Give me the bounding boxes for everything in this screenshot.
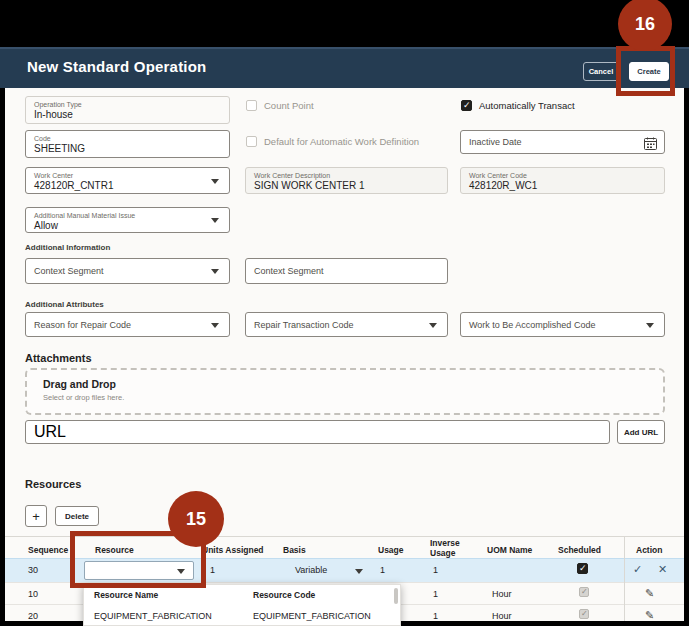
add-resource-button[interactable]: + [25,505,47,527]
new-standard-operation-dialog: New Standard Operation Cancel Create Ope… [0,0,689,626]
reason-for-repair-code-select[interactable]: Reason for Repair Code [25,312,230,337]
context-segment-select-placeholder: Context Segment [34,266,104,276]
work-center-description-value: SIGN WORK CENTER 1 [254,180,439,193]
col-units-assigned: Units Assigned [202,545,264,555]
cell-usage[interactable]: 1 [380,565,385,575]
dropdown-item-resource-code[interactable]: EQUIPMENT_FABRICATION [253,611,371,621]
cell-units-assigned[interactable]: 1 [210,565,215,575]
default-awd-checkbox[interactable] [246,136,257,147]
chevron-down-icon[interactable] [646,323,654,328]
cancel-icon[interactable]: ✕ [658,563,667,576]
cell-sequence: 30 [28,565,38,575]
dropdown-col-resource-name: Resource Name [94,590,158,600]
cell-inverse-usage: 1 [433,589,438,599]
action-column-divider [624,536,625,621]
scheduled-checkbox[interactable] [577,563,588,574]
section-additional-attributes: Additional Attributes [25,300,104,309]
drag-and-drop-title: Drag and Drop [43,378,663,390]
chevron-down-icon[interactable] [211,323,219,328]
count-point-checkbox-row: Count Point [246,100,314,111]
context-segment-input[interactable]: Context Segment [245,258,448,284]
repair-transaction-code-placeholder: Repair Transaction Code [254,320,354,330]
repair-transaction-code-select[interactable]: Repair Transaction Code [245,312,448,337]
work-center-description-label: Work Center Description [254,171,439,180]
work-center-code-field: Work Center Code 428120R_WC1 [460,167,665,194]
chevron-down-icon[interactable] [211,179,219,184]
calendar-icon[interactable] [644,136,657,154]
dropdown-scrollbar[interactable] [394,588,398,604]
cell-uom-name: Hour [492,611,512,621]
additional-manual-material-issue-select[interactable]: Additional Manual Material Issue Allow [25,207,230,233]
edit-icon[interactable]: ✎ [645,609,654,622]
automatically-transact-checkbox-row: Automatically Transact [461,100,575,111]
chevron-down-icon[interactable] [211,218,219,223]
automatically-transact-checkbox[interactable] [461,100,472,111]
callout-badge-15: 15 [168,491,224,547]
cell-inverse-usage: 1 [433,611,438,621]
edit-icon[interactable]: ✎ [645,587,654,600]
callout-badge-16: 16 [618,0,672,51]
scheduled-checkbox [579,609,589,619]
ammi-value: Allow [34,220,221,233]
code-field[interactable]: Code SHEETING [25,130,230,158]
context-segment-select[interactable]: Context Segment [25,258,230,284]
code-value: SHEETING [34,143,221,156]
cell-uom-name: Hour [492,589,512,599]
inactive-date-field[interactable]: Inactive Date [460,130,665,154]
dropdown-item-resource-name[interactable]: EQUIPMENT_FABRICATION [94,611,212,621]
work-center-description-field: Work Center Description SIGN WORK CENTER… [245,167,448,194]
cell-inverse-usage[interactable]: 1 [433,565,438,575]
confirm-icon[interactable]: ✓ [633,563,642,576]
url-input[interactable]: URL [25,420,610,444]
col-basis: Basis [283,545,306,555]
col-usage: Usage [378,545,404,555]
work-center-value: 428120R_CNTR1 [34,180,221,193]
default-awd-label: Default for Automatic Work Definition [264,136,419,147]
page-title: New Standard Operation [27,58,206,75]
work-to-be-accomplished-code-select[interactable]: Work to Be Accomplished Code [460,312,665,337]
default-awd-checkbox-row: Default for Automatic Work Definition [246,136,419,147]
drag-and-drop-subtitle: Select or drop files here. [43,393,663,402]
delete-resource-button[interactable]: Delete [55,506,99,526]
automatically-transact-label: Automatically Transact [479,100,575,111]
work-center-code-value: 428120R_WC1 [469,180,656,193]
code-label: Code [34,134,221,143]
callout-rect-16 [616,46,675,96]
work-center-select[interactable]: Work Center 428120R_CNTR1 [25,167,230,194]
col-uom-name: UOM Name [487,545,532,555]
cell-sequence: 20 [28,611,38,621]
ammi-label: Additional Manual Material Issue [34,211,221,220]
url-placeholder: URL [34,423,66,441]
chevron-down-icon[interactable] [355,569,363,574]
col-sequence: Sequence [28,545,68,555]
inactive-date-placeholder: Inactive Date [469,137,522,147]
callout-16-number: 16 [635,14,655,35]
resource-dropdown-panel: Resource Name Resource Code EQUIPMENT_FA… [83,584,401,626]
section-attachments: Attachments [25,352,92,364]
scheduled-checkbox [579,587,589,597]
section-resources: Resources [25,478,81,490]
work-center-code-label: Work Center Code [469,171,656,180]
count-point-checkbox[interactable] [246,100,257,111]
col-scheduled: Scheduled [558,545,601,555]
section-additional-information: Additional Information [25,243,110,252]
col-inverse-usage: Inverse Usage [430,538,464,558]
work-center-label: Work Center [34,171,221,180]
work-to-be-accomplished-code-placeholder: Work to Be Accomplished Code [469,320,595,330]
cell-sequence: 10 [28,589,38,599]
operation-type-field: Operation Type In-house [25,96,230,124]
operation-type-value: In-house [34,109,221,122]
context-segment-input-placeholder: Context Segment [254,266,324,276]
drag-and-drop-zone[interactable]: Drag and Drop Select or drop files here. [25,368,665,415]
operation-type-label: Operation Type [34,100,221,109]
callout-15-number: 15 [186,509,206,530]
col-action: Action [636,545,662,555]
reason-for-repair-code-placeholder: Reason for Repair Code [34,320,131,330]
cell-basis-select[interactable]: Variable [295,565,327,575]
chevron-down-icon[interactable] [429,323,437,328]
dropdown-col-resource-code: Resource Code [253,590,315,600]
cancel-button[interactable]: Cancel [583,62,619,81]
chevron-down-icon[interactable] [211,269,219,274]
add-url-button[interactable]: Add URL [617,420,665,444]
plus-icon: + [32,509,40,524]
